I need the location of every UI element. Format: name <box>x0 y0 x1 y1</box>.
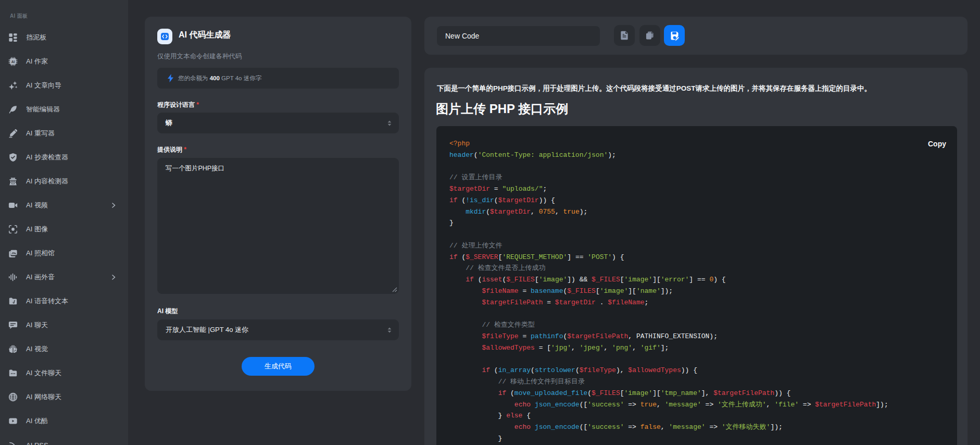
svg-text:AI: AI <box>11 60 15 64</box>
